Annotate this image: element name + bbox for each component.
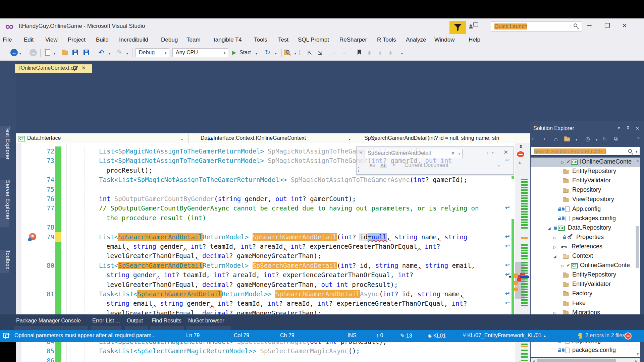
tree-item-fake[interactable]: Fake [531, 299, 640, 308]
status-errors[interactable]: 2 errors in 2 files [585, 333, 625, 339]
close-tab-icon[interactable]: ✕ [82, 65, 86, 71]
navigate-back-icon[interactable]: ← [10, 49, 18, 56]
se-search-caret[interactable]: ▾ [636, 150, 637, 154]
tree-item-references[interactable]: ▷References [531, 242, 640, 252]
undo-caret[interactable]: ▾ [109, 52, 110, 55]
filter-notification-icon[interactable] [449, 21, 466, 34]
error-lightbulb-icon[interactable] [29, 233, 36, 240]
platform-select[interactable]: Any CPU▾ [172, 48, 228, 57]
se-close-icon[interactable]: ✕ [635, 126, 639, 131]
restore-button[interactable]: ❐ [604, 22, 610, 29]
tree-item-entityrepository[interactable]: EntityRepository [531, 270, 640, 280]
left-tab-server-explorer[interactable]: Server Explorer [5, 180, 11, 220]
tree-item-factory[interactable]: Factory [531, 289, 640, 299]
next-bookmark-icon[interactable]: ⇟ [378, 50, 382, 56]
find-next-caret[interactable]: ▾ [492, 151, 494, 155]
tree-item-context[interactable]: ◢Context [531, 252, 640, 261]
se-sync-icon[interactable] [564, 137, 570, 141]
tree-item-entityrepository[interactable]: EntityRepository [531, 167, 640, 176]
menu-file[interactable]: File [3, 37, 12, 43]
panel-tab-package-manager-console[interactable]: Package Manager Console [16, 318, 81, 324]
start-caret[interactable]: ▾ [256, 52, 257, 55]
se-back-icon[interactable]: ‹ [532, 136, 534, 142]
menu-edit[interactable]: Edit [24, 37, 34, 43]
expander-collapsed-icon[interactable]: ▷ [561, 264, 564, 268]
save-all-icon[interactable] [84, 50, 89, 55]
menu-incredibuild[interactable]: Incredibuild [119, 37, 148, 43]
status-error-circle-icon[interactable] [625, 333, 632, 340]
expander-collapsed-icon[interactable]: ▷ [561, 160, 564, 165]
expander-collapsed-icon[interactable]: ▷ [553, 245, 556, 249]
menu-r-tools[interactable]: R Tools [377, 37, 396, 43]
navigate-forward-icon[interactable]: → [30, 49, 37, 56]
save-icon[interactable] [72, 50, 78, 55]
find-chevron-icon[interactable]: ˅ [360, 151, 362, 156]
find-drag-handle[interactable] [358, 167, 359, 172]
se-overflow-icon[interactable]: » [637, 136, 640, 140]
new-file-icon[interactable] [45, 49, 50, 56]
menu-sql-prompt[interactable]: SQL Prompt [298, 37, 329, 43]
se-scroll-down[interactable]: ▼ [636, 352, 640, 356]
new-file-caret[interactable]: ▾ [54, 52, 55, 55]
menu-test[interactable]: Test [278, 37, 288, 43]
find-scope-select[interactable]: Current Document [405, 162, 448, 168]
resharper-action-icon[interactable]: ↩ [505, 262, 509, 268]
open-file-icon[interactable] [62, 51, 68, 55]
menu-tangible-t4[interactable]: tangible T4 [214, 37, 242, 43]
find-scope-caret[interactable]: ▾ [498, 164, 500, 168]
resharper-action-icon[interactable]: ↩ [505, 300, 509, 306]
resharper-action-icon[interactable]: ↩ [505, 204, 509, 211]
nav-type-dropdown[interactable]: Data.Interface.Context.IOnlineGameContex… [201, 135, 306, 141]
se-horizontal-scrollbar[interactable]: ◄ ► [531, 358, 640, 362]
resharper-action-icon[interactable]: ↩ [505, 290, 509, 297]
undo-icon[interactable]: ↶ [99, 49, 104, 56]
split-editor-handle[interactable]: ⬍ [516, 144, 526, 149]
menu-analyze[interactable]: Analyze [406, 37, 426, 43]
toolbar-grip[interactable] [1, 49, 3, 57]
start-debug-icon[interactable]: ▶ [232, 49, 236, 56]
tree-item-viewrepository[interactable]: ViewRepository [531, 195, 640, 204]
panel-tab-error-list-[interactable]: Error List ... [92, 318, 120, 324]
tree-item-data-repository[interactable]: ◢C#Data.Repository [531, 224, 640, 233]
left-tab-toolbox[interactable]: Toolbox [5, 250, 11, 269]
status-branch[interactable]: ⑂ KL/07_EntityFramework_KL/01 ▲ [463, 333, 546, 339]
indent-icon[interactable]: ≡ [332, 50, 335, 56]
status-repo[interactable]: ◈ KL01 [428, 333, 446, 339]
tree-item-packages-config[interactable]: packages.config [531, 346, 640, 355]
panel-tab-output[interactable]: Output [127, 318, 143, 324]
menu-team[interactable]: Team [186, 37, 201, 43]
se-home-icon[interactable]: ⌂ [554, 136, 558, 143]
nav-project-dropdown[interactable]: Data.Interface [27, 135, 61, 141]
resharper-action-icon[interactable]: ↩ [505, 243, 509, 249]
se-collapse-icon[interactable]: ⧉ [614, 136, 618, 142]
se-hscroll-thumb[interactable] [537, 359, 616, 362]
menu-build[interactable]: Build [96, 37, 109, 43]
se-forward-icon[interactable]: › [543, 136, 545, 142]
redo-caret[interactable]: ▾ [126, 52, 128, 55]
resharper-action-icon[interactable]: ↩ [505, 233, 509, 240]
se-pending-icon[interactable]: ◷ [585, 136, 590, 142]
se-scroll-up[interactable]: ▲ [636, 158, 640, 162]
find-close-icon[interactable]: ✕ [503, 149, 508, 156]
nav-project-caret[interactable]: ▾ [181, 137, 183, 141]
menu-project[interactable]: Project [68, 37, 86, 43]
quick-launch-input[interactable]: Quick Launch [491, 21, 582, 32]
panel-tab-find-results[interactable]: Find Results [152, 318, 181, 324]
regex-toggle[interactable]: .* [391, 163, 395, 168]
find-caret[interactable]: ▾ [294, 52, 296, 55]
se-scrollbar-thumb[interactable] [636, 226, 639, 268]
se-pending-caret[interactable]: ▾ [596, 138, 597, 141]
menu-view[interactable]: View [45, 37, 58, 43]
selection-box-icon[interactable] [299, 50, 305, 55]
menu-debug[interactable]: Debug [161, 37, 178, 43]
tree-item-app-config[interactable]: App.config [531, 205, 640, 214]
tree-item-properties[interactable]: ▷Properties [531, 233, 640, 242]
status-pushes[interactable]: ↑ 0 [376, 333, 383, 339]
tree-item-entityvalidator[interactable]: EntityValidator [531, 280, 640, 289]
match-case-toggle[interactable]: Aa [369, 163, 375, 168]
panel-tab-nuget-browser[interactable]: NuGet browser [188, 318, 224, 324]
solution-explorer-search-input[interactable]: Search Solution Explorer (Ctrl+;) ▾ [531, 147, 640, 156]
expander-expanded-icon[interactable]: ◢ [548, 226, 550, 231]
se-window-caret[interactable]: ▾ [618, 126, 620, 130]
menu-window[interactable]: Window [434, 37, 454, 43]
